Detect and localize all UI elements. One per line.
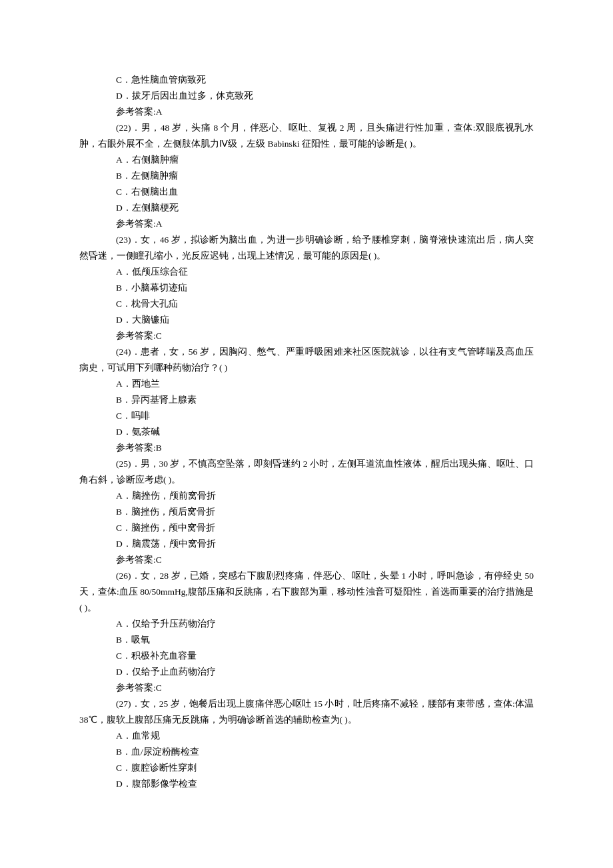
answer-line: 参考答案:C <box>79 680 534 696</box>
question-stem: ．患者，女，56 岁，因胸闷、憋气、严重呼吸困难来社区医院就诊，以往有支气管哮喘… <box>79 347 534 373</box>
option-c: C．枕骨大孔疝 <box>79 296 534 312</box>
option-c: C．吗啡 <box>79 408 534 424</box>
question-22: (22)．男，48 岁，头痛 8 个月，伴恶心、呕吐、复视 2 周，且头痛进行性… <box>79 120 534 152</box>
question-stem: ．男，30 岁，不慎高空坠落，即刻昏迷约 2 小时，左侧耳道流血性液体，醒后出现… <box>79 459 534 485</box>
question-number: (25) <box>116 459 131 469</box>
question-stem: ．男，48 岁，头痛 8 个月，伴恶心、呕吐、复视 2 周，且头痛进行性加重，查… <box>79 123 534 149</box>
answer-line: 参考答案:C <box>79 552 534 568</box>
option-c: C．积极补充血容量 <box>79 648 534 664</box>
option-c: C．腹腔诊断性穿刺 <box>79 760 534 776</box>
question-26: (26)．女，28 岁，已婚，突感右下腹剧烈疼痛，伴恶心、呕吐，头晕 1 小时，… <box>79 568 534 616</box>
option-a: A．血常规 <box>79 728 534 744</box>
option-a: A．仅给予升压药物治疗 <box>79 616 534 632</box>
question-number: (23) <box>116 235 131 245</box>
option-c: C．右侧脑出血 <box>79 184 534 200</box>
question-number: (26) <box>116 571 131 581</box>
question-stem: ．女，25 岁，饱餐后出现上腹痛伴恶心呕吐 15 小时，吐后疼痛不减轻，腰部有束… <box>79 699 534 725</box>
option-d: D．仅给予止血药物治疗 <box>79 664 534 680</box>
option-b: B．左侧脑肿瘤 <box>79 168 534 184</box>
option-b: B．脑挫伤，颅后窝骨折 <box>79 504 534 520</box>
option-b: B．小脑幕切迹疝 <box>79 280 534 296</box>
question-number: (24) <box>116 347 131 357</box>
option-d: D．腹部影像学检查 <box>79 776 534 792</box>
question-23: (23)．女，46 岁，拟诊断为脑出血，为进一步明确诊断，给予腰椎穿刺，脑脊液快… <box>79 232 534 264</box>
answer-line: 参考答案:A <box>79 216 534 232</box>
document-page: C．急性脑血管病致死 D．拔牙后因出血过多，休克致死 参考答案:A (22)．男… <box>0 0 613 792</box>
option-b: B．血/尿淀粉酶检查 <box>79 744 534 760</box>
option-a: A．脑挫伤，颅前窝骨折 <box>79 488 534 504</box>
answer-line: 参考答案:C <box>79 328 534 344</box>
question-24: (24)．患者，女，56 岁，因胸闷、憋气、严重呼吸困难来社区医院就诊，以往有支… <box>79 344 534 376</box>
option-c: C．急性脑血管病致死 <box>79 72 534 88</box>
option-a: A．低颅压综合征 <box>79 264 534 280</box>
option-b: B．吸氧 <box>79 632 534 648</box>
answer-line: 参考答案:B <box>79 440 534 456</box>
option-c: C．脑挫伤，颅中窝骨折 <box>79 520 534 536</box>
question-27: (27)．女，25 岁，饱餐后出现上腹痛伴恶心呕吐 15 小时，吐后疼痛不减轻，… <box>79 696 534 728</box>
option-b: B．异丙基肾上腺素 <box>79 392 534 408</box>
question-number: (22) <box>116 123 131 133</box>
option-a: A．西地兰 <box>79 376 534 392</box>
option-d: D．大脑镰疝 <box>79 312 534 328</box>
option-d: D．左侧脑梗死 <box>79 200 534 216</box>
question-stem: ．女，46 岁，拟诊断为脑出血，为进一步明确诊断，给予腰椎穿刺，脑脊液快速流出后… <box>79 235 534 261</box>
option-d: D．氨茶碱 <box>79 424 534 440</box>
answer-line: 参考答案:A <box>79 104 534 120</box>
question-stem: ．女，28 岁，已婚，突感右下腹剧烈疼痛，伴恶心、呕吐，头晕 1 小时，呼叫急诊… <box>79 571 534 613</box>
option-d: D．拔牙后因出血过多，休克致死 <box>79 88 534 104</box>
option-d: D．脑震荡，颅中窝骨折 <box>79 536 534 552</box>
question-25: (25)．男，30 岁，不慎高空坠落，即刻昏迷约 2 小时，左侧耳道流血性液体，… <box>79 456 534 488</box>
option-a: A．右侧脑肿瘤 <box>79 152 534 168</box>
question-number: (27) <box>116 699 131 709</box>
